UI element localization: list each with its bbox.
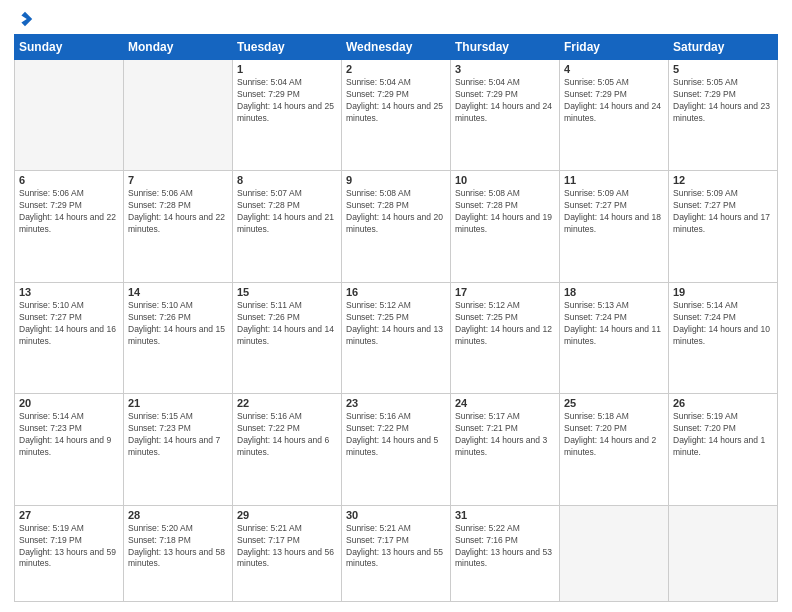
calendar-day: 23Sunrise: 5:16 AM Sunset: 7:22 PM Dayli… <box>342 394 451 505</box>
calendar-day: 28Sunrise: 5:20 AM Sunset: 7:18 PM Dayli… <box>124 505 233 601</box>
week-row: 6Sunrise: 5:06 AM Sunset: 7:29 PM Daylig… <box>15 171 778 282</box>
calendar-day: 5Sunrise: 5:05 AM Sunset: 7:29 PM Daylig… <box>669 60 778 171</box>
day-info: Sunrise: 5:16 AM Sunset: 7:22 PM Dayligh… <box>346 411 446 459</box>
calendar-day: 11Sunrise: 5:09 AM Sunset: 7:27 PM Dayli… <box>560 171 669 282</box>
day-info: Sunrise: 5:19 AM Sunset: 7:19 PM Dayligh… <box>19 523 119 571</box>
day-info: Sunrise: 5:05 AM Sunset: 7:29 PM Dayligh… <box>673 77 773 125</box>
day-number: 14 <box>128 286 228 298</box>
calendar-day: 7Sunrise: 5:06 AM Sunset: 7:28 PM Daylig… <box>124 171 233 282</box>
day-number: 28 <box>128 509 228 521</box>
svg-marker-0 <box>21 12 32 26</box>
day-info: Sunrise: 5:07 AM Sunset: 7:28 PM Dayligh… <box>237 188 337 236</box>
calendar-day: 12Sunrise: 5:09 AM Sunset: 7:27 PM Dayli… <box>669 171 778 282</box>
day-number: 18 <box>564 286 664 298</box>
day-number: 26 <box>673 397 773 409</box>
calendar-day: 21Sunrise: 5:15 AM Sunset: 7:23 PM Dayli… <box>124 394 233 505</box>
day-info: Sunrise: 5:06 AM Sunset: 7:29 PM Dayligh… <box>19 188 119 236</box>
day-number: 16 <box>346 286 446 298</box>
day-info: Sunrise: 5:21 AM Sunset: 7:17 PM Dayligh… <box>237 523 337 571</box>
day-info: Sunrise: 5:05 AM Sunset: 7:29 PM Dayligh… <box>564 77 664 125</box>
weekday-header: Sunday <box>15 35 124 60</box>
calendar-day: 16Sunrise: 5:12 AM Sunset: 7:25 PM Dayli… <box>342 282 451 393</box>
calendar-day: 1Sunrise: 5:04 AM Sunset: 7:29 PM Daylig… <box>233 60 342 171</box>
day-number: 11 <box>564 174 664 186</box>
weekday-header: Wednesday <box>342 35 451 60</box>
day-number: 24 <box>455 397 555 409</box>
day-number: 3 <box>455 63 555 75</box>
weekday-header: Monday <box>124 35 233 60</box>
calendar-day: 26Sunrise: 5:19 AM Sunset: 7:20 PM Dayli… <box>669 394 778 505</box>
calendar-day: 30Sunrise: 5:21 AM Sunset: 7:17 PM Dayli… <box>342 505 451 601</box>
day-number: 19 <box>673 286 773 298</box>
day-number: 17 <box>455 286 555 298</box>
page: SundayMondayTuesdayWednesdayThursdayFrid… <box>0 0 792 612</box>
day-info: Sunrise: 5:09 AM Sunset: 7:27 PM Dayligh… <box>564 188 664 236</box>
calendar-day: 19Sunrise: 5:14 AM Sunset: 7:24 PM Dayli… <box>669 282 778 393</box>
day-info: Sunrise: 5:22 AM Sunset: 7:16 PM Dayligh… <box>455 523 555 571</box>
logo <box>14 10 34 28</box>
week-row: 20Sunrise: 5:14 AM Sunset: 7:23 PM Dayli… <box>15 394 778 505</box>
day-number: 8 <box>237 174 337 186</box>
calendar-day: 25Sunrise: 5:18 AM Sunset: 7:20 PM Dayli… <box>560 394 669 505</box>
calendar-table: SundayMondayTuesdayWednesdayThursdayFrid… <box>14 34 778 602</box>
calendar-day: 9Sunrise: 5:08 AM Sunset: 7:28 PM Daylig… <box>342 171 451 282</box>
day-number: 6 <box>19 174 119 186</box>
day-number: 15 <box>237 286 337 298</box>
day-info: Sunrise: 5:04 AM Sunset: 7:29 PM Dayligh… <box>455 77 555 125</box>
day-info: Sunrise: 5:17 AM Sunset: 7:21 PM Dayligh… <box>455 411 555 459</box>
day-info: Sunrise: 5:08 AM Sunset: 7:28 PM Dayligh… <box>455 188 555 236</box>
calendar-day: 6Sunrise: 5:06 AM Sunset: 7:29 PM Daylig… <box>15 171 124 282</box>
day-info: Sunrise: 5:12 AM Sunset: 7:25 PM Dayligh… <box>455 300 555 348</box>
day-number: 2 <box>346 63 446 75</box>
day-number: 30 <box>346 509 446 521</box>
day-info: Sunrise: 5:09 AM Sunset: 7:27 PM Dayligh… <box>673 188 773 236</box>
day-number: 5 <box>673 63 773 75</box>
day-number: 4 <box>564 63 664 75</box>
calendar-day: 17Sunrise: 5:12 AM Sunset: 7:25 PM Dayli… <box>451 282 560 393</box>
day-info: Sunrise: 5:04 AM Sunset: 7:29 PM Dayligh… <box>346 77 446 125</box>
day-info: Sunrise: 5:13 AM Sunset: 7:24 PM Dayligh… <box>564 300 664 348</box>
day-info: Sunrise: 5:20 AM Sunset: 7:18 PM Dayligh… <box>128 523 228 571</box>
calendar-day: 8Sunrise: 5:07 AM Sunset: 7:28 PM Daylig… <box>233 171 342 282</box>
weekday-header: Friday <box>560 35 669 60</box>
day-info: Sunrise: 5:08 AM Sunset: 7:28 PM Dayligh… <box>346 188 446 236</box>
weekday-header: Thursday <box>451 35 560 60</box>
calendar-empty <box>15 60 124 171</box>
calendar-day: 29Sunrise: 5:21 AM Sunset: 7:17 PM Dayli… <box>233 505 342 601</box>
week-row: 1Sunrise: 5:04 AM Sunset: 7:29 PM Daylig… <box>15 60 778 171</box>
calendar-day: 22Sunrise: 5:16 AM Sunset: 7:22 PM Dayli… <box>233 394 342 505</box>
day-info: Sunrise: 5:15 AM Sunset: 7:23 PM Dayligh… <box>128 411 228 459</box>
day-number: 25 <box>564 397 664 409</box>
day-number: 9 <box>346 174 446 186</box>
day-number: 20 <box>19 397 119 409</box>
calendar-day: 3Sunrise: 5:04 AM Sunset: 7:29 PM Daylig… <box>451 60 560 171</box>
day-number: 12 <box>673 174 773 186</box>
calendar-day: 20Sunrise: 5:14 AM Sunset: 7:23 PM Dayli… <box>15 394 124 505</box>
day-number: 23 <box>346 397 446 409</box>
day-info: Sunrise: 5:18 AM Sunset: 7:20 PM Dayligh… <box>564 411 664 459</box>
day-info: Sunrise: 5:10 AM Sunset: 7:26 PM Dayligh… <box>128 300 228 348</box>
weekday-header: Saturday <box>669 35 778 60</box>
week-row: 27Sunrise: 5:19 AM Sunset: 7:19 PM Dayli… <box>15 505 778 601</box>
weekday-header-row: SundayMondayTuesdayWednesdayThursdayFrid… <box>15 35 778 60</box>
calendar-day: 24Sunrise: 5:17 AM Sunset: 7:21 PM Dayli… <box>451 394 560 505</box>
day-number: 1 <box>237 63 337 75</box>
logo-icon <box>16 10 34 28</box>
calendar-day: 18Sunrise: 5:13 AM Sunset: 7:24 PM Dayli… <box>560 282 669 393</box>
calendar-empty <box>124 60 233 171</box>
calendar-empty <box>560 505 669 601</box>
calendar-day: 10Sunrise: 5:08 AM Sunset: 7:28 PM Dayli… <box>451 171 560 282</box>
day-number: 27 <box>19 509 119 521</box>
day-number: 29 <box>237 509 337 521</box>
day-number: 21 <box>128 397 228 409</box>
day-info: Sunrise: 5:16 AM Sunset: 7:22 PM Dayligh… <box>237 411 337 459</box>
day-info: Sunrise: 5:10 AM Sunset: 7:27 PM Dayligh… <box>19 300 119 348</box>
calendar-day: 13Sunrise: 5:10 AM Sunset: 7:27 PM Dayli… <box>15 282 124 393</box>
calendar-day: 4Sunrise: 5:05 AM Sunset: 7:29 PM Daylig… <box>560 60 669 171</box>
day-info: Sunrise: 5:12 AM Sunset: 7:25 PM Dayligh… <box>346 300 446 348</box>
calendar-day: 31Sunrise: 5:22 AM Sunset: 7:16 PM Dayli… <box>451 505 560 601</box>
day-info: Sunrise: 5:21 AM Sunset: 7:17 PM Dayligh… <box>346 523 446 571</box>
day-info: Sunrise: 5:11 AM Sunset: 7:26 PM Dayligh… <box>237 300 337 348</box>
day-info: Sunrise: 5:14 AM Sunset: 7:24 PM Dayligh… <box>673 300 773 348</box>
weekday-header: Tuesday <box>233 35 342 60</box>
